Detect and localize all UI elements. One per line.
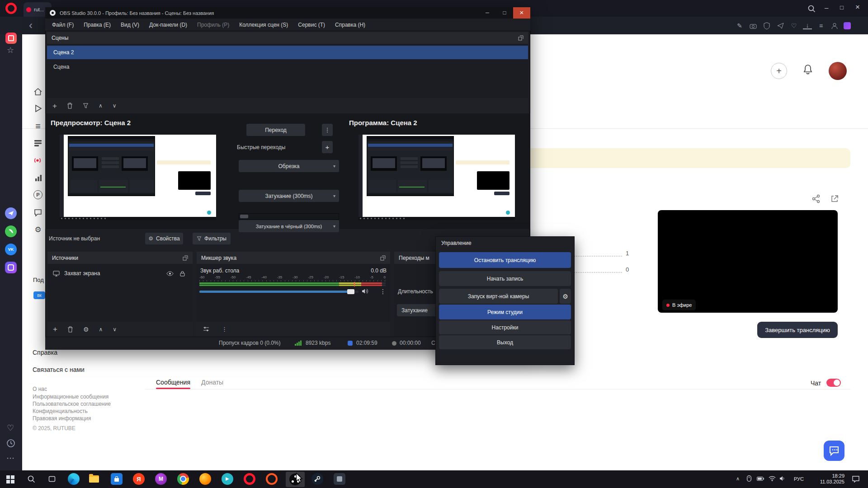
tray-language[interactable]: РУС: [794, 476, 804, 482]
tray-clock[interactable]: 18:29 11.03.2025: [814, 473, 844, 485]
action-center-icon[interactable]: [852, 475, 860, 483]
taskbar-icon-explorer[interactable]: [88, 473, 100, 485]
tray-mouse-icon[interactable]: [747, 475, 751, 482]
taskbar-icon-yandex[interactable]: Я: [133, 473, 145, 485]
taskbar-icon-opera[interactable]: [244, 473, 255, 485]
taskbar-icon-vk-play[interactable]: [222, 473, 233, 485]
taskbar-search-icon[interactable]: [27, 475, 35, 483]
taskbar-icon-chrome[interactable]: [177, 473, 189, 485]
play-glyph: [225, 477, 230, 481]
start-button[interactable]: [6, 475, 14, 483]
app-glyph: [337, 476, 342, 482]
steam-glyph: [314, 476, 321, 482]
mouse-cursor: [296, 473, 304, 483]
tray-time: 18:29: [814, 473, 844, 479]
taskbar-icon-messenger-m[interactable]: M: [155, 473, 167, 485]
folder-glyph: [89, 475, 99, 483]
taskbar-icon-app-dark[interactable]: [334, 473, 345, 485]
taskbar-icon-edge[interactable]: [68, 473, 80, 485]
chrome-center: [180, 476, 186, 482]
taskbar-icon-store[interactable]: [111, 473, 123, 485]
task-view-icon[interactable]: [48, 475, 56, 483]
tray-battery-icon[interactable]: [757, 477, 764, 481]
taskbar-icon-steam[interactable]: [311, 473, 323, 485]
tray-wifi-icon[interactable]: [769, 476, 776, 481]
store-bag-glyph: [114, 478, 119, 482]
tray-date: 11.03.2025: [814, 479, 844, 485]
tray-chevron-icon[interactable]: ∧: [736, 476, 740, 482]
taskbar: Я M ∧ РУС 18:29 11.03.2025: [0, 0, 868, 488]
taskbar-icon-app-orange[interactable]: [266, 473, 278, 485]
taskbar-icon-firefox[interactable]: [199, 473, 211, 485]
tray-speaker-icon[interactable]: [779, 476, 786, 481]
